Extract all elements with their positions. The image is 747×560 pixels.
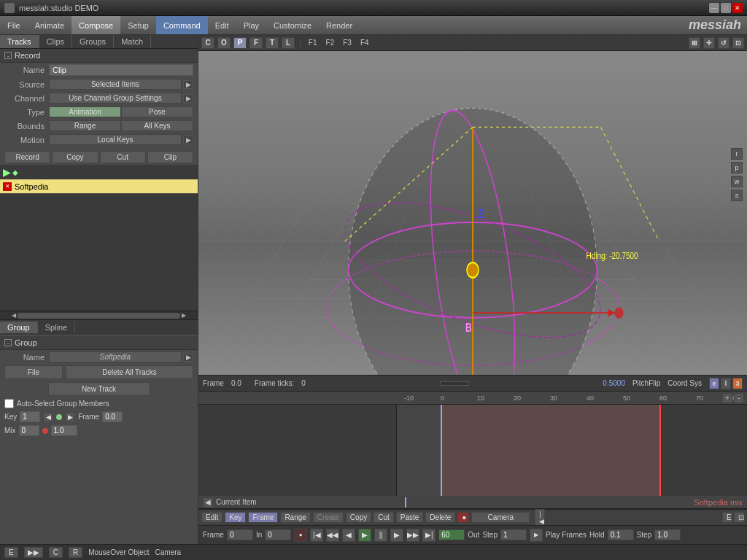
type-pose-btn[interactable]: Pose bbox=[121, 106, 193, 117]
bottom-tab-spline[interactable]: Spline bbox=[38, 322, 76, 333]
record-toggle[interactable]: - bbox=[4, 52, 12, 59]
transport-pause-btn[interactable]: || bbox=[374, 529, 387, 542]
vp-icon3[interactable]: ↺ bbox=[718, 37, 729, 49]
file-btn[interactable]: File bbox=[4, 365, 63, 379]
vp-mode-o[interactable]: O bbox=[217, 37, 231, 49]
channel-arrow[interactable]: ▶ bbox=[183, 94, 193, 103]
key-next-btn[interactable]: ▶ bbox=[65, 412, 75, 422]
menu-animate[interactable]: Animate bbox=[28, 16, 71, 34]
tl-camera-btn[interactable]: Camera bbox=[471, 512, 530, 523]
tl-paste-btn[interactable]: Paste bbox=[396, 512, 424, 523]
tl-edit-btn[interactable]: Edit bbox=[201, 512, 222, 523]
mix-input[interactable] bbox=[19, 425, 39, 436]
transport-step-up[interactable]: ▶ bbox=[530, 529, 543, 542]
status-c-btn[interactable]: C bbox=[49, 547, 63, 558]
tab-groups[interactable]: Groups bbox=[72, 35, 114, 48]
vp-mode-t[interactable]: T bbox=[266, 37, 279, 49]
tl-tracks[interactable] bbox=[397, 405, 747, 496]
maximize-button[interactable]: □ bbox=[721, 3, 731, 13]
menu-play[interactable]: Play bbox=[236, 16, 266, 34]
track-softpedia[interactable]: ✕ Softpedia bbox=[0, 179, 198, 194]
transport-prev-btn[interactable]: |◀ bbox=[310, 529, 323, 542]
vp-f2[interactable]: F2 bbox=[323, 39, 338, 47]
coord-3-btn[interactable]: 3 bbox=[732, 378, 743, 389]
key-input[interactable] bbox=[20, 411, 40, 422]
auto-select-check[interactable] bbox=[4, 399, 14, 408]
scroll-left-arrow[interactable]: ◀ bbox=[10, 312, 18, 319]
scroll-right-arrow[interactable]: ▶ bbox=[180, 312, 187, 319]
transport-play-btn[interactable]: ▶ bbox=[358, 529, 371, 542]
motion-arrow[interactable]: ▶ bbox=[183, 136, 193, 144]
coord-l-btn[interactable]: l bbox=[721, 378, 731, 389]
key-prev-btn[interactable]: ◀ bbox=[43, 412, 53, 422]
transport-record-btn[interactable]: ● bbox=[294, 529, 307, 542]
vp-mode-p[interactable]: P bbox=[233, 37, 247, 49]
tl-collapse-btn[interactable]: ◀ bbox=[203, 497, 213, 508]
vp-icon4[interactable]: ⊡ bbox=[732, 37, 744, 49]
transport-in-input[interactable] bbox=[265, 529, 291, 540]
tab-clips[interactable]: Clips bbox=[39, 35, 72, 48]
close-button[interactable]: ✕ bbox=[732, 3, 743, 13]
tl-range-btn[interactable]: Range bbox=[280, 512, 310, 523]
transport-back-btn[interactable]: ◀◀ bbox=[326, 529, 339, 542]
group-name-btn[interactable]: Softpedia bbox=[49, 351, 182, 362]
frame-input[interactable] bbox=[102, 411, 123, 422]
ruler-zoom-out[interactable]: - bbox=[734, 393, 744, 403]
tl-frame-btn[interactable]: Frame bbox=[248, 512, 278, 523]
vp-icon2[interactable]: ✛ bbox=[703, 37, 715, 49]
mix-input2[interactable] bbox=[51, 425, 77, 436]
group-name-arrow[interactable]: ▶ bbox=[183, 353, 193, 362]
transport-frame-input[interactable] bbox=[227, 529, 253, 540]
type-animation-btn[interactable]: Animation bbox=[49, 106, 121, 117]
group-toggle[interactable]: - bbox=[4, 339, 12, 346]
tl-r-btn[interactable]: ⊡ bbox=[734, 512, 744, 523]
menu-setup[interactable]: Setup bbox=[120, 16, 156, 34]
scroll-track[interactable] bbox=[18, 313, 180, 319]
motion-btn[interactable]: Local Keys bbox=[49, 134, 182, 145]
transport-next-btn[interactable]: ▶| bbox=[422, 529, 436, 542]
vp-f3[interactable]: F3 bbox=[340, 39, 355, 47]
tab-tracks[interactable]: Tracks bbox=[0, 35, 39, 48]
vp-icon1[interactable]: ⊞ bbox=[689, 37, 700, 49]
tl-copy-btn[interactable]: Copy bbox=[346, 512, 371, 523]
bottom-tab-group[interactable]: Group bbox=[0, 322, 38, 333]
pitch-flip[interactable]: PitchFlip bbox=[632, 379, 660, 387]
delete-tracks-btn[interactable]: Delete All Tracks bbox=[66, 365, 193, 379]
record-btn[interactable]: Record bbox=[4, 151, 50, 163]
copy-btn[interactable]: Copy bbox=[52, 151, 98, 163]
vp-r-btn2[interactable]: p bbox=[731, 162, 743, 174]
channel-btn[interactable]: Use Channel Group Settings bbox=[49, 93, 182, 104]
transport-fwd-btn[interactable]: ▶▶ bbox=[406, 529, 419, 542]
name-input[interactable] bbox=[49, 64, 193, 76]
vp-mode-c[interactable]: C bbox=[201, 37, 214, 49]
viewport-3d[interactable]: Z B H P Hding: -20.7500 bbox=[198, 51, 747, 375]
bounds-range-btn[interactable]: Range bbox=[49, 120, 121, 131]
minimize-button[interactable]: — bbox=[709, 3, 719, 13]
tab-match[interactable]: Match bbox=[114, 35, 151, 48]
menu-command[interactable]: Command bbox=[156, 16, 208, 34]
new-track-btn[interactable]: New Track bbox=[48, 382, 150, 396]
transport-out-input[interactable] bbox=[438, 529, 465, 540]
tl-key-btn[interactable]: Key bbox=[225, 512, 246, 523]
menu-render[interactable]: Render bbox=[319, 16, 360, 34]
tl-rec-indicator[interactable]: ● bbox=[457, 512, 469, 523]
vp-mode-l[interactable]: L bbox=[282, 37, 295, 49]
menu-compose[interactable]: Compose bbox=[71, 16, 120, 34]
status-e-btn[interactable]: E bbox=[4, 547, 18, 558]
vp-mode-f[interactable]: F bbox=[249, 37, 263, 49]
vp-r-btn1[interactable]: r bbox=[731, 148, 743, 160]
tl-create-btn[interactable]: Create bbox=[313, 512, 344, 523]
source-btn[interactable]: Selected Items bbox=[49, 79, 182, 90]
transport-stepplay-input[interactable] bbox=[654, 529, 681, 540]
vp-r-btn3[interactable]: w bbox=[731, 176, 743, 187]
vp-f4[interactable]: F4 bbox=[357, 39, 372, 47]
tl-e-btn[interactable]: E bbox=[722, 512, 732, 523]
tl-delete-btn[interactable]: Delete bbox=[425, 512, 455, 523]
vp-r-btn4[interactable]: s bbox=[731, 190, 743, 201]
menu-customize[interactable]: Customize bbox=[266, 16, 319, 34]
ruler-zoom-in[interactable]: + bbox=[722, 393, 732, 403]
transport-step-input[interactable] bbox=[500, 529, 527, 540]
transport-step-fwd-btn[interactable]: ▶ bbox=[390, 529, 403, 542]
coord-e-btn[interactable]: e bbox=[709, 378, 719, 389]
menu-edit[interactable]: Edit bbox=[208, 16, 236, 34]
